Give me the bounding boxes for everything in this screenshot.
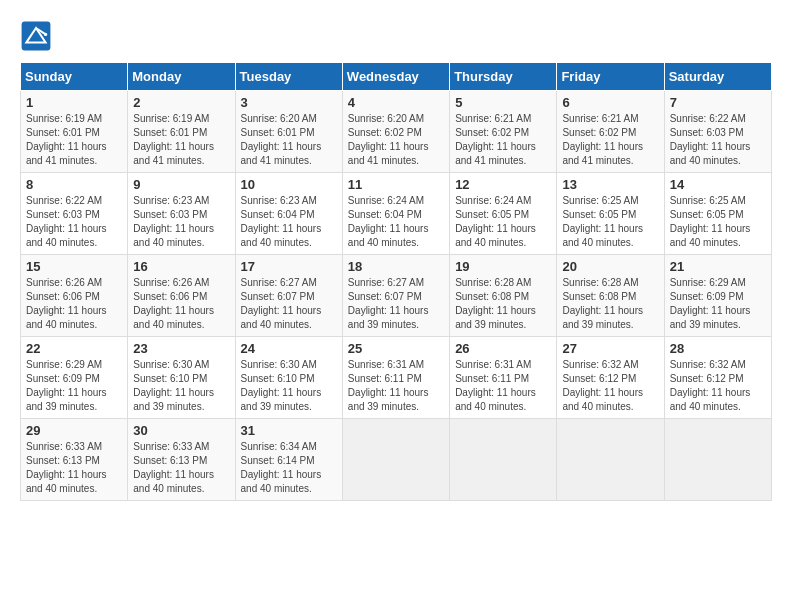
calendar-cell: 1 Sunrise: 6:19 AM Sunset: 6:01 PM Dayli… [21, 91, 128, 173]
calendar-cell: 13 Sunrise: 6:25 AM Sunset: 6:05 PM Dayl… [557, 173, 664, 255]
calendar-cell: 31 Sunrise: 6:34 AM Sunset: 6:14 PM Dayl… [235, 419, 342, 501]
day-info: Sunrise: 6:34 AM Sunset: 6:14 PM Dayligh… [241, 440, 337, 496]
calendar-cell: 8 Sunrise: 6:22 AM Sunset: 6:03 PM Dayli… [21, 173, 128, 255]
day-number: 9 [133, 177, 229, 192]
calendar-cell: 19 Sunrise: 6:28 AM Sunset: 6:08 PM Dayl… [450, 255, 557, 337]
day-header-saturday: Saturday [664, 63, 771, 91]
svg-point-3 [44, 33, 47, 36]
day-number: 16 [133, 259, 229, 274]
day-info: Sunrise: 6:24 AM Sunset: 6:05 PM Dayligh… [455, 194, 551, 250]
svg-rect-0 [22, 22, 51, 51]
day-number: 7 [670, 95, 766, 110]
day-number: 11 [348, 177, 444, 192]
calendar-cell: 12 Sunrise: 6:24 AM Sunset: 6:05 PM Dayl… [450, 173, 557, 255]
day-info: Sunrise: 6:19 AM Sunset: 6:01 PM Dayligh… [26, 112, 122, 168]
calendar-cell: 27 Sunrise: 6:32 AM Sunset: 6:12 PM Dayl… [557, 337, 664, 419]
day-header-thursday: Thursday [450, 63, 557, 91]
day-info: Sunrise: 6:30 AM Sunset: 6:10 PM Dayligh… [241, 358, 337, 414]
calendar-cell: 23 Sunrise: 6:30 AM Sunset: 6:10 PM Dayl… [128, 337, 235, 419]
day-number: 31 [241, 423, 337, 438]
day-info: Sunrise: 6:31 AM Sunset: 6:11 PM Dayligh… [348, 358, 444, 414]
calendar-cell: 2 Sunrise: 6:19 AM Sunset: 6:01 PM Dayli… [128, 91, 235, 173]
day-number: 3 [241, 95, 337, 110]
calendar-week-row: 8 Sunrise: 6:22 AM Sunset: 6:03 PM Dayli… [21, 173, 772, 255]
day-number: 28 [670, 341, 766, 356]
day-info: Sunrise: 6:27 AM Sunset: 6:07 PM Dayligh… [348, 276, 444, 332]
day-info: Sunrise: 6:23 AM Sunset: 6:04 PM Dayligh… [241, 194, 337, 250]
calendar-cell: 20 Sunrise: 6:28 AM Sunset: 6:08 PM Dayl… [557, 255, 664, 337]
day-info: Sunrise: 6:28 AM Sunset: 6:08 PM Dayligh… [562, 276, 658, 332]
calendar-cell: 18 Sunrise: 6:27 AM Sunset: 6:07 PM Dayl… [342, 255, 449, 337]
calendar-cell [342, 419, 449, 501]
day-info: Sunrise: 6:21 AM Sunset: 6:02 PM Dayligh… [562, 112, 658, 168]
logo [20, 20, 56, 52]
day-number: 19 [455, 259, 551, 274]
day-number: 27 [562, 341, 658, 356]
logo-icon [20, 20, 52, 52]
calendar-cell [557, 419, 664, 501]
calendar-cell: 21 Sunrise: 6:29 AM Sunset: 6:09 PM Dayl… [664, 255, 771, 337]
calendar-cell: 29 Sunrise: 6:33 AM Sunset: 6:13 PM Dayl… [21, 419, 128, 501]
calendar-week-row: 1 Sunrise: 6:19 AM Sunset: 6:01 PM Dayli… [21, 91, 772, 173]
day-number: 20 [562, 259, 658, 274]
day-info: Sunrise: 6:25 AM Sunset: 6:05 PM Dayligh… [562, 194, 658, 250]
calendar-week-row: 22 Sunrise: 6:29 AM Sunset: 6:09 PM Dayl… [21, 337, 772, 419]
day-number: 18 [348, 259, 444, 274]
day-number: 23 [133, 341, 229, 356]
day-info: Sunrise: 6:32 AM Sunset: 6:12 PM Dayligh… [670, 358, 766, 414]
day-number: 25 [348, 341, 444, 356]
day-header-friday: Friday [557, 63, 664, 91]
calendar-cell: 30 Sunrise: 6:33 AM Sunset: 6:13 PM Dayl… [128, 419, 235, 501]
calendar-cell: 22 Sunrise: 6:29 AM Sunset: 6:09 PM Dayl… [21, 337, 128, 419]
day-info: Sunrise: 6:22 AM Sunset: 6:03 PM Dayligh… [670, 112, 766, 168]
calendar-cell [664, 419, 771, 501]
day-number: 30 [133, 423, 229, 438]
calendar-cell: 6 Sunrise: 6:21 AM Sunset: 6:02 PM Dayli… [557, 91, 664, 173]
calendar-cell: 3 Sunrise: 6:20 AM Sunset: 6:01 PM Dayli… [235, 91, 342, 173]
calendar-table: SundayMondayTuesdayWednesdayThursdayFrid… [20, 62, 772, 501]
day-number: 22 [26, 341, 122, 356]
calendar-cell: 25 Sunrise: 6:31 AM Sunset: 6:11 PM Dayl… [342, 337, 449, 419]
day-number: 1 [26, 95, 122, 110]
day-info: Sunrise: 6:30 AM Sunset: 6:10 PM Dayligh… [133, 358, 229, 414]
day-number: 15 [26, 259, 122, 274]
day-header-sunday: Sunday [21, 63, 128, 91]
day-info: Sunrise: 6:27 AM Sunset: 6:07 PM Dayligh… [241, 276, 337, 332]
day-number: 2 [133, 95, 229, 110]
calendar-cell: 15 Sunrise: 6:26 AM Sunset: 6:06 PM Dayl… [21, 255, 128, 337]
day-info: Sunrise: 6:26 AM Sunset: 6:06 PM Dayligh… [133, 276, 229, 332]
day-info: Sunrise: 6:22 AM Sunset: 6:03 PM Dayligh… [26, 194, 122, 250]
day-number: 12 [455, 177, 551, 192]
day-number: 17 [241, 259, 337, 274]
day-number: 24 [241, 341, 337, 356]
calendar-cell [450, 419, 557, 501]
calendar-week-row: 15 Sunrise: 6:26 AM Sunset: 6:06 PM Dayl… [21, 255, 772, 337]
day-header-wednesday: Wednesday [342, 63, 449, 91]
day-header-monday: Monday [128, 63, 235, 91]
calendar-cell: 26 Sunrise: 6:31 AM Sunset: 6:11 PM Dayl… [450, 337, 557, 419]
calendar-cell: 5 Sunrise: 6:21 AM Sunset: 6:02 PM Dayli… [450, 91, 557, 173]
day-info: Sunrise: 6:20 AM Sunset: 6:01 PM Dayligh… [241, 112, 337, 168]
calendar-cell: 4 Sunrise: 6:20 AM Sunset: 6:02 PM Dayli… [342, 91, 449, 173]
day-number: 4 [348, 95, 444, 110]
calendar-cell: 9 Sunrise: 6:23 AM Sunset: 6:03 PM Dayli… [128, 173, 235, 255]
calendar-week-row: 29 Sunrise: 6:33 AM Sunset: 6:13 PM Dayl… [21, 419, 772, 501]
day-number: 6 [562, 95, 658, 110]
day-number: 21 [670, 259, 766, 274]
day-number: 26 [455, 341, 551, 356]
calendar-cell: 17 Sunrise: 6:27 AM Sunset: 6:07 PM Dayl… [235, 255, 342, 337]
day-info: Sunrise: 6:25 AM Sunset: 6:05 PM Dayligh… [670, 194, 766, 250]
day-info: Sunrise: 6:19 AM Sunset: 6:01 PM Dayligh… [133, 112, 229, 168]
page-header [20, 20, 772, 52]
day-info: Sunrise: 6:29 AM Sunset: 6:09 PM Dayligh… [670, 276, 766, 332]
calendar-cell: 28 Sunrise: 6:32 AM Sunset: 6:12 PM Dayl… [664, 337, 771, 419]
day-info: Sunrise: 6:21 AM Sunset: 6:02 PM Dayligh… [455, 112, 551, 168]
calendar-cell: 7 Sunrise: 6:22 AM Sunset: 6:03 PM Dayli… [664, 91, 771, 173]
day-info: Sunrise: 6:32 AM Sunset: 6:12 PM Dayligh… [562, 358, 658, 414]
day-info: Sunrise: 6:33 AM Sunset: 6:13 PM Dayligh… [26, 440, 122, 496]
day-number: 29 [26, 423, 122, 438]
day-info: Sunrise: 6:28 AM Sunset: 6:08 PM Dayligh… [455, 276, 551, 332]
day-header-tuesday: Tuesday [235, 63, 342, 91]
day-number: 5 [455, 95, 551, 110]
calendar-cell: 11 Sunrise: 6:24 AM Sunset: 6:04 PM Dayl… [342, 173, 449, 255]
